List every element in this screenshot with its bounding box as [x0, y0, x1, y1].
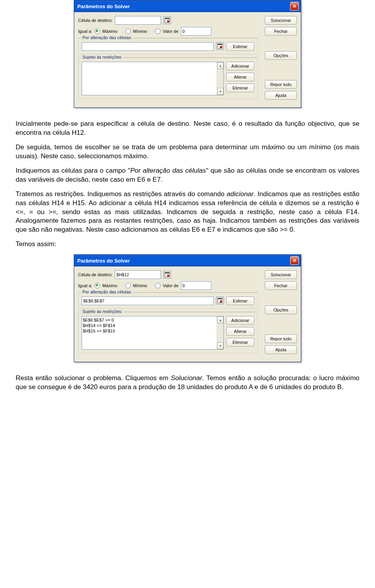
constraints-group: Sujeito às restrições: ▴ ▾ Adicionar Alt…: [78, 57, 258, 99]
change-cells-legend: Por alteração das células:: [81, 35, 134, 40]
target-cell-input[interactable]: [115, 270, 161, 279]
equal-to-label: Igual a:: [78, 283, 92, 288]
scrollbar[interactable]: ▴ ▾: [217, 316, 223, 349]
value-of-input[interactable]: [181, 281, 211, 290]
scroll-down-icon[interactable]: ▾: [217, 88, 223, 95]
change-button[interactable]: Alterar: [226, 73, 254, 81]
constraints-listbox[interactable]: $E$6:$E$7 >= 0 $H$14 <= $F$14 $H$15 <= $…: [82, 316, 224, 350]
close-icon[interactable]: ✕: [290, 256, 299, 265]
solve-button[interactable]: Solucionar: [265, 270, 297, 279]
target-cell-input[interactable]: [115, 16, 161, 25]
svg-rect-1: [165, 18, 170, 19]
constraint-item[interactable]: $E$6:$E$7 >= 0: [83, 317, 223, 323]
change-cells-legend: Por alteração das células:: [81, 290, 134, 294]
radio-min-label[interactable]: Mínimo: [133, 283, 147, 288]
paragraph: Tratemos as restrições. Indiquemos as re…: [16, 190, 359, 235]
refpicker-icon[interactable]: [216, 297, 224, 304]
paragraph: Indiquemos as células para o campo "Por …: [16, 166, 359, 184]
radio-min[interactable]: [125, 29, 131, 34]
svg-rect-2: [167, 20, 169, 22]
change-cells-input[interactable]: [82, 42, 214, 51]
refpicker-icon[interactable]: [163, 271, 171, 279]
change-cells-group: Por alteração das células: Estimar: [78, 38, 258, 54]
constraints-legend: Sujeito às restrições:: [81, 55, 124, 59]
window-title: Parâmetros do Solver: [77, 258, 130, 264]
titlebar[interactable]: Parâmetros do Solver ✕: [74, 0, 301, 12]
svg-rect-11: [220, 300, 222, 302]
change-cells-group: Por alteração das células: Estimar: [78, 292, 258, 309]
value-of-input[interactable]: [181, 27, 211, 36]
equal-to-label: Igual a:: [78, 29, 92, 34]
help-button[interactable]: Ajuda: [265, 345, 297, 354]
change-cells-input[interactable]: [82, 297, 214, 305]
radio-max[interactable]: [95, 283, 100, 288]
radio-value-label[interactable]: Valor de: [163, 29, 179, 34]
add-button[interactable]: Adicionar: [226, 316, 254, 325]
change-button[interactable]: Alterar: [226, 327, 254, 336]
constraints-group: Sujeito às restrições: $E$6:$E$7 >= 0 $H…: [78, 312, 258, 353]
reset-button[interactable]: Repor tudo: [265, 80, 297, 89]
close-button[interactable]: Fechar: [265, 27, 297, 36]
radio-value[interactable]: [155, 283, 161, 288]
paragraph: De seguida, temos de escolher se se trat…: [16, 143, 359, 161]
svg-rect-8: [167, 275, 169, 277]
constraints-legend: Sujeito às restrições:: [81, 309, 124, 314]
help-button[interactable]: Ajuda: [265, 91, 297, 100]
options-button[interactable]: Opções: [265, 306, 297, 314]
constraint-item[interactable]: $H$15 <= $F$15: [83, 328, 223, 334]
svg-rect-5: [220, 46, 222, 48]
scroll-down-icon[interactable]: ▾: [217, 342, 223, 349]
constraint-item[interactable]: $H$14 <= $F$14: [83, 323, 223, 328]
solve-button[interactable]: Solucionar: [265, 16, 297, 25]
paragraph: Resta então solucionar o problema. Cliqu…: [16, 374, 359, 392]
article-body: Resta então solucionar o problema. Cliqu…: [16, 374, 359, 392]
article-body: Inicialmente pede-se para especificar a …: [16, 120, 359, 249]
paragraph: Temos assim:: [16, 240, 359, 249]
solver-dialog-2: Parâmetros do Solver ✕ Solucionar Fechar…: [74, 254, 301, 362]
radio-max-label[interactable]: Máximo: [102, 29, 118, 34]
refpicker-icon[interactable]: [216, 42, 224, 50]
radio-value[interactable]: [155, 29, 161, 34]
paragraph: Inicialmente pede-se para especificar a …: [16, 120, 359, 138]
target-cell-label: Célula de destino:: [78, 272, 112, 277]
close-icon[interactable]: ✕: [290, 2, 299, 11]
reset-button[interactable]: Repor tudo: [265, 334, 297, 343]
radio-max[interactable]: [95, 29, 100, 34]
radio-min-label[interactable]: Mínimo: [133, 29, 147, 34]
delete-button[interactable]: Eliminar: [226, 338, 254, 347]
refpicker-icon[interactable]: [163, 16, 171, 24]
constraints-listbox[interactable]: ▴ ▾: [82, 62, 224, 95]
radio-min[interactable]: [125, 283, 131, 288]
delete-button[interactable]: Eliminar: [226, 84, 254, 92]
target-cell-label: Célula de destino:: [78, 18, 112, 23]
options-button[interactable]: Opções: [265, 51, 297, 60]
estimate-button[interactable]: Estimar: [226, 297, 254, 305]
svg-rect-4: [218, 44, 222, 45]
scroll-up-icon[interactable]: ▴: [217, 316, 223, 323]
estimate-button[interactable]: Estimar: [226, 42, 254, 51]
add-button[interactable]: Adicionar: [226, 62, 254, 70]
titlebar[interactable]: Parâmetros do Solver ✕: [74, 255, 301, 266]
svg-rect-10: [218, 298, 222, 299]
window-title: Parâmetros do Solver: [77, 4, 130, 9]
close-button[interactable]: Fechar: [265, 281, 297, 290]
scroll-up-icon[interactable]: ▴: [217, 62, 223, 69]
svg-rect-7: [165, 272, 170, 273]
scrollbar[interactable]: ▴ ▾: [217, 62, 223, 95]
radio-max-label[interactable]: Máximo: [102, 283, 118, 288]
solver-dialog-1: Parâmetros do Solver ✕ Solucionar Fechar…: [74, 0, 301, 108]
radio-value-label[interactable]: Valor de: [163, 283, 179, 288]
